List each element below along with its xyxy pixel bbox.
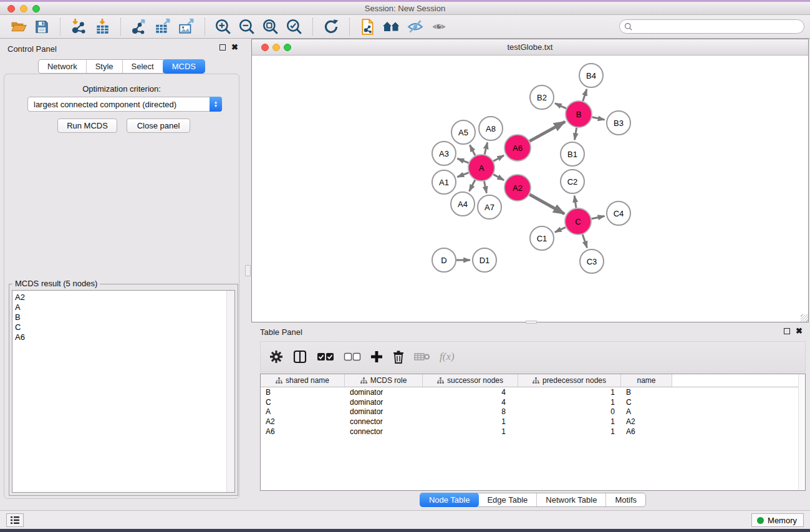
tab-network-table[interactable]: Network Table [537,493,606,506]
column-header-predecessor-nodes[interactable]: predecessor nodes [518,374,621,387]
table-row[interactable]: Bdominator41B [261,387,805,397]
import-network-button[interactable] [69,17,88,36]
cell-shared-name[interactable]: C [261,398,345,407]
column-header-successor-nodes[interactable]: successor nodes [423,374,518,387]
criterion-dropdown[interactable]: largest connected component (directed) ▲… [27,97,222,112]
cell-name[interactable]: A [621,407,672,416]
split-divider-grip[interactable] [526,321,537,324]
export-network-button[interactable] [130,17,148,36]
table-row[interactable]: Adominator80A [261,407,805,417]
cell-predecessor-nodes[interactable]: 1 [518,427,621,436]
cell-predecessor-nodes[interactable]: 0 [518,407,621,416]
graph-node-C4[interactable]: C4 [607,201,630,225]
graph-edge-A2-C[interactable] [529,195,564,214]
mcds-result-item[interactable]: A2 [15,293,234,302]
cell-shared-name[interactable]: B [261,388,345,397]
cell-mcds-role[interactable]: dominator [345,388,423,397]
cell-predecessor-nodes[interactable]: 1 [518,398,621,407]
graph-node-A3[interactable]: A3 [432,142,456,165]
cell-successor-nodes[interactable]: 1 [423,427,518,436]
graph-node-B4[interactable]: B4 [579,64,603,87]
mcds-result-item[interactable]: A6 [15,332,234,342]
network-from-file-button[interactable] [359,17,377,36]
graph-edge-C-C4[interactable] [592,216,605,219]
run-mcds-button[interactable]: Run MCDS [57,118,117,133]
graph-edge-A-A3[interactable] [457,158,468,163]
float-panel-icon[interactable] [784,328,790,334]
mcds-result-item[interactable]: A [15,302,234,312]
graph-edge-A-A1[interactable] [457,173,468,177]
cell-name[interactable]: A2 [621,417,672,426]
search-field[interactable] [619,19,804,34]
graph-edge-C-C2[interactable] [574,196,576,208]
import-table-button[interactable] [93,17,112,36]
zoom-out-button[interactable] [238,17,256,36]
tab-network[interactable]: Network [39,60,87,73]
hide-details-button[interactable] [406,17,425,36]
delete-column-button[interactable] [392,346,405,367]
search-input[interactable] [636,22,804,31]
graph-node-C[interactable]: C [565,208,591,235]
graph-edge-A-A7[interactable] [484,181,486,193]
cell-shared-name[interactable]: A [261,407,345,416]
graph-node-A2[interactable]: A2 [504,175,531,201]
table-row[interactable]: Cdominator41C [261,397,805,407]
tab-motifs[interactable]: Motifs [606,493,645,506]
table-row[interactable]: A2connector11A2 [261,417,805,427]
cell-name[interactable]: B [621,388,672,397]
split-divider-grip[interactable] [245,265,251,276]
cell-name[interactable]: C [621,398,672,407]
refresh-layout-button[interactable] [322,17,340,36]
column-header-name[interactable]: name [621,374,672,387]
open-session-button[interactable] [9,17,27,36]
cell-mcds-role[interactable]: dominator [345,407,423,416]
graph-node-A[interactable]: A [468,155,494,181]
cell-mcds-role[interactable]: connector [345,417,423,426]
graph-edge-A-A6[interactable] [493,155,504,161]
graph-node-D[interactable]: D [432,248,456,272]
graph-node-B3[interactable]: B3 [607,111,630,135]
save-session-button[interactable] [32,17,51,36]
delete-table-button[interactable] [414,346,430,367]
cell-shared-name[interactable]: A6 [261,427,345,436]
zoom-in-button[interactable] [214,17,233,36]
graph-node-B1[interactable]: B1 [561,142,584,166]
graph-edge-A-A5[interactable] [470,145,475,155]
graph-edge-B-B1[interactable] [575,128,577,140]
graph-edge-C-C3[interactable] [582,235,587,248]
cell-successor-nodes[interactable]: 4 [423,398,518,407]
deselect-all-button[interactable] [344,346,361,367]
graph-node-B[interactable]: B [566,101,592,127]
mcds-result-item[interactable]: C [15,322,234,332]
table-settings-button[interactable] [269,346,283,367]
add-column-button[interactable] [370,346,383,367]
column-header-shared-name[interactable]: shared name [261,374,345,387]
graph-node-A8[interactable]: A8 [479,117,503,140]
tab-edge-table[interactable]: Edge Table [478,493,537,506]
cell-mcds-role[interactable]: dominator [345,398,423,407]
column-header-mcds-role[interactable]: MCDS role [345,374,423,387]
graph-node-A6[interactable]: A6 [504,135,531,161]
graph-node-A1[interactable]: A1 [432,170,456,194]
graph-edge-A-A4[interactable] [470,180,475,191]
cell-predecessor-nodes[interactable]: 1 [518,388,621,397]
home-layouts-button[interactable] [382,17,401,36]
close-panel-icon[interactable]: ✖ [231,44,238,51]
graph-node-A7[interactable]: A7 [478,195,501,219]
cell-successor-nodes[interactable]: 4 [423,388,518,397]
hidden-panels-button[interactable] [6,513,24,527]
network-canvas[interactable]: AA1A2A3A4A5A6A7A8BB1B2B3B4CC1C2C3C4DD1 [252,56,808,322]
graph-node-D1[interactable]: D1 [473,248,496,272]
graph-edge-A-A8[interactable] [485,142,488,154]
graph-edge-B-B2[interactable] [555,104,566,109]
table-row[interactable]: A6connector11A6 [261,427,805,437]
cell-name[interactable]: A6 [621,427,672,436]
memory-button[interactable]: Memory [751,513,804,527]
show-details-button[interactable] [430,17,448,36]
function-builder-button[interactable]: f(x) [440,346,455,367]
graph-edge-B-B4[interactable] [583,89,587,101]
cell-predecessor-nodes[interactable]: 1 [518,417,621,426]
tab-style[interactable]: Style [87,60,123,73]
network-graph[interactable]: AA1A2A3A4A5A6A7A8BB1B2B3B4CC1C2C3C4DD1 [252,56,808,322]
close-panel-icon[interactable]: ✖ [796,328,803,334]
